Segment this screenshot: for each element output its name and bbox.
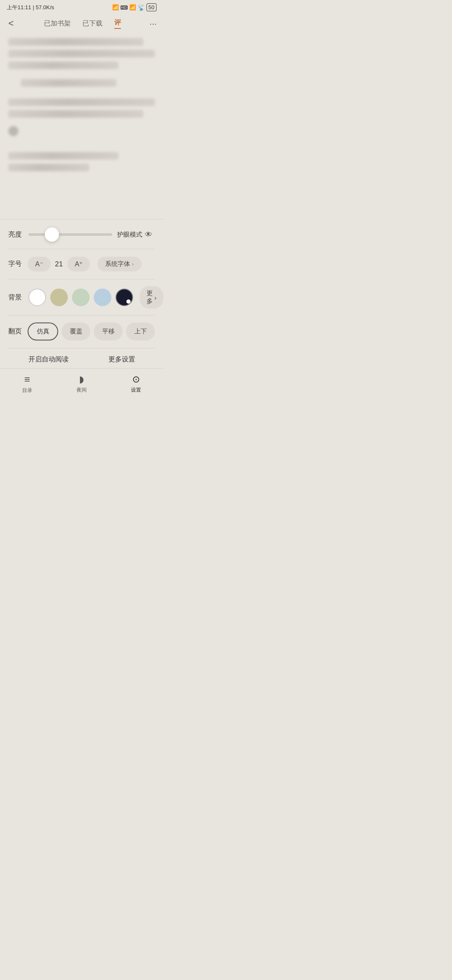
font-type-button[interactable]: 系统字体 › [98, 257, 141, 271]
bottom-nav: ≡ 目录 ◗ 夜间 ⊙ 设置 [0, 368, 163, 402]
settings-icon: ⊙ [132, 374, 140, 385]
pageturn-simulated-button[interactable]: 仿真 [28, 322, 58, 340]
settings-divider-3 [8, 315, 155, 316]
font-decrease-button[interactable]: A⁻ [28, 257, 51, 271]
content-line [8, 98, 155, 106]
bg-more-label: 更多 [146, 289, 153, 305]
bottom-actions: 开启自动阅读 更多设置 [8, 349, 155, 368]
bg-swatch-dark[interactable] [116, 289, 133, 306]
bg-swatch-white[interactable] [28, 289, 46, 306]
content-dot [8, 126, 18, 136]
eye-mode-wrap: 护眼模式 👁 [117, 230, 155, 239]
bottom-nav-toc[interactable]: ≡ 目录 [22, 374, 32, 394]
bg-more-chevron: › [154, 294, 157, 301]
font-type-label: 系统字体 [105, 260, 130, 268]
status-time-network: 上午11:11 | 57.0K/s [7, 4, 54, 11]
brightness-thumb[interactable] [45, 227, 59, 242]
more-menu-button[interactable]: ··· [149, 19, 157, 28]
brightness-slider-wrap[interactable] [28, 227, 112, 242]
nav-center: 已加书架 已下载 评 [44, 18, 121, 29]
settings-divider-1 [8, 249, 155, 249]
bg-swatch-blue[interactable] [94, 289, 111, 306]
page-turn-row: 翻页 仿真 覆盖 平移 上下 [8, 317, 155, 347]
back-button[interactable]: < [7, 16, 15, 31]
eye-mode-label: 护眼模式 [117, 231, 142, 239]
settings-label: 设置 [131, 387, 141, 394]
nav-downloaded[interactable]: 已下载 [82, 19, 103, 28]
page-turn-options: 仿真 覆盖 平移 上下 [28, 322, 155, 340]
background-label: 背景 [8, 293, 23, 302]
bg-swatch-tan[interactable] [50, 289, 68, 306]
pageturn-cover-button[interactable]: 覆盖 [62, 322, 90, 340]
bottom-nav-settings[interactable]: ⊙ 设置 [131, 374, 141, 394]
brightness-track [28, 233, 112, 236]
font-size-value: 21 [53, 260, 65, 268]
battery-icon: 50 [146, 3, 157, 11]
bottom-nav-night[interactable]: ◗ 夜间 [77, 374, 87, 394]
bg-swatch-green[interactable] [72, 289, 90, 306]
content-line [8, 164, 89, 171]
night-label: 夜间 [77, 387, 87, 394]
settings-divider-4 [8, 348, 155, 348]
content-line [8, 50, 155, 57]
toc-label: 目录 [22, 387, 32, 394]
wifi-icon: 📡 [138, 4, 145, 11]
signal2-icon: 📶 [129, 4, 136, 10]
book-content [0, 35, 163, 219]
font-row: 字号 A⁻ 21 A⁺ 系统字体 › [8, 250, 155, 278]
top-nav: < 已加书架 已下载 评 ··· [0, 13, 163, 35]
background-row: 背景 更多 › [8, 280, 155, 315]
font-label: 字号 [8, 260, 23, 268]
nav-review[interactable]: 评 [114, 18, 121, 29]
page-turn-label: 翻页 [8, 327, 23, 336]
content-line [8, 62, 118, 69]
content-line [8, 110, 143, 118]
more-settings-button[interactable]: 更多设置 [108, 355, 135, 364]
content-line [8, 152, 118, 160]
night-icon: ◗ [79, 374, 84, 385]
status-bar: 上午11:11 | 57.0K/s 📶 HD 📶 📡 50 [0, 0, 163, 13]
brightness-row: 亮度 护眼模式 👁 [8, 219, 155, 248]
eye-icon[interactable]: 👁 [145, 230, 152, 239]
brightness-label: 亮度 [8, 230, 23, 239]
settings-divider-2 [8, 279, 155, 279]
settings-panel: 亮度 护眼模式 👁 字号 A⁻ 21 A⁺ 系统字体 › 背景 [0, 219, 163, 368]
signal-icon: 📶 [112, 4, 119, 10]
hd-badge: HD [121, 5, 128, 10]
content-line [8, 38, 143, 46]
auto-read-button[interactable]: 开启自动阅读 [28, 355, 69, 364]
status-icons: 📶 HD 📶 📡 50 [112, 3, 157, 11]
pageturn-scroll-button[interactable]: 上下 [126, 322, 155, 340]
pageturn-slide-button[interactable]: 平移 [94, 322, 123, 340]
background-swatches [28, 289, 133, 306]
font-increase-button[interactable]: A⁺ [67, 257, 90, 271]
content-line [21, 79, 116, 87]
background-more-button[interactable]: 更多 › [140, 286, 163, 309]
toc-icon: ≡ [24, 374, 30, 385]
nav-bookshelf[interactable]: 已加书架 [44, 19, 71, 28]
font-type-chevron: › [132, 261, 134, 267]
font-controls: A⁻ 21 A⁺ [28, 257, 90, 271]
